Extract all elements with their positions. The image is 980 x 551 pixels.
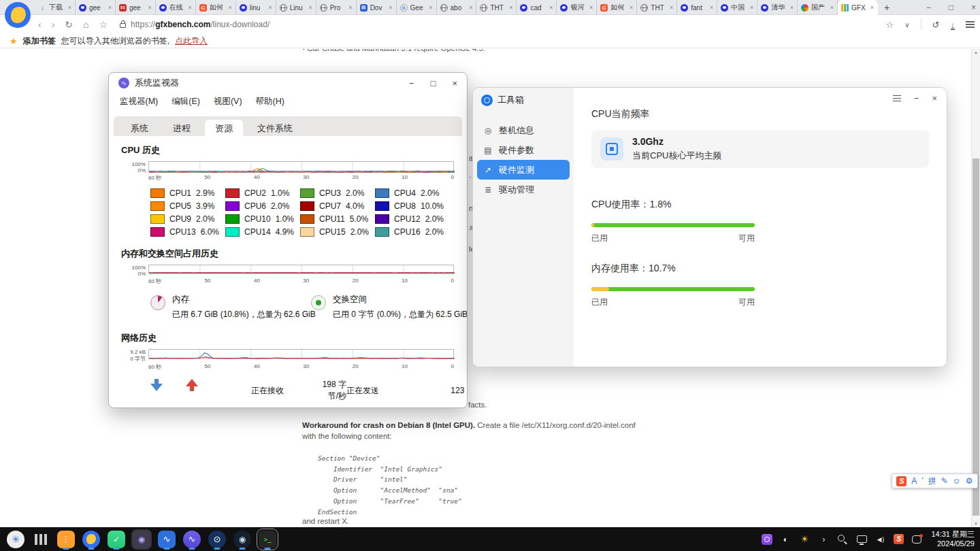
dock-item[interactable]: ⊙ (207, 529, 227, 550)
ime-toolbar-button[interactable]: 拼 (928, 475, 936, 487)
scroll-down-icon[interactable]: ▼ (972, 522, 980, 526)
tab-close-icon[interactable]: × (790, 4, 794, 11)
tab-close-icon[interactable]: × (389, 4, 392, 11)
minimize-button[interactable]: − (409, 78, 414, 88)
ime-toolbar-button[interactable]: ☺ (953, 476, 961, 486)
history-undo-icon[interactable]: ↺ (932, 20, 940, 30)
minimize-button[interactable]: − (914, 93, 919, 103)
browser-tab[interactable]: 银河 × (557, 0, 597, 15)
browser-logo[interactable] (5, 2, 31, 28)
tab-close-icon[interactable]: × (589, 4, 593, 11)
close-button[interactable]: × (932, 93, 937, 103)
browser-tab[interactable]: 在线 × (156, 0, 196, 15)
tab-close-icon[interactable]: × (549, 4, 553, 11)
dock-item[interactable]: ∿ (157, 529, 177, 550)
browser-tab[interactable]: GFX × (838, 0, 878, 15)
refresh-icon[interactable]: ↻ (65, 19, 73, 30)
tab-close-icon[interactable]: × (670, 4, 673, 11)
close-button[interactable]: × (971, 3, 976, 12)
close-button[interactable]: × (452, 78, 457, 88)
dock-item[interactable] (81, 529, 101, 550)
ime-toolbar-button[interactable]: ⚙ (966, 476, 973, 486)
toolbox-sidebar-item[interactable]: ≣ 驱动管理 (477, 180, 570, 199)
tab-close-icon[interactable]: × (870, 4, 874, 11)
dock-item[interactable]: ✳ (5, 529, 26, 550)
tray-icon[interactable]: ☀ (798, 533, 811, 546)
bookmark-star-icon[interactable]: ☆ (99, 19, 108, 30)
new-tab-button[interactable]: + (881, 1, 893, 14)
browser-tab[interactable]: fant × (677, 0, 717, 15)
browser-tab[interactable]: abo × (437, 0, 477, 15)
clock[interactable]: 14:31 星期三 2024/05/29 (931, 530, 975, 548)
tray-icon[interactable]: › (817, 533, 830, 546)
tab-close-icon[interactable]: × (189, 4, 192, 11)
system-monitor-tab[interactable]: 系统 (120, 120, 159, 136)
dock-item[interactable]: ◉ (131, 529, 152, 550)
browser-tab[interactable]: 国产 × (798, 0, 838, 15)
tab-close-icon[interactable]: × (308, 4, 312, 11)
toolbox-sidebar-item[interactable]: ◎ 整机信息 (477, 120, 570, 140)
browser-tab[interactable]: 下载 × (35, 0, 76, 15)
tab-close-icon[interactable]: × (830, 4, 834, 11)
toolbox-sidebar-item[interactable]: ↗ 硬件监测 (477, 160, 570, 180)
browser-tab[interactable]: Dov × (357, 0, 397, 15)
browser-tab[interactable]: THT × (476, 0, 517, 15)
tab-close-icon[interactable]: × (710, 4, 713, 11)
favorite-star-icon[interactable]: ☆ (886, 20, 894, 30)
dock-item[interactable]: ⋮ (56, 529, 76, 550)
menu-item[interactable]: 视图(V) (207, 96, 249, 107)
maximize-button[interactable]: □ (949, 3, 953, 12)
menu-item[interactable]: 监视器(M) (113, 96, 165, 107)
system-monitor-tab[interactable]: 进程 (163, 120, 201, 136)
tab-close-icon[interactable]: × (348, 4, 352, 11)
tab-close-icon[interactable]: × (268, 4, 272, 11)
tray-icon[interactable]: ◐ (779, 533, 791, 546)
system-monitor-tab[interactable]: 资源 (205, 120, 243, 136)
browser-tab[interactable]: cad × (517, 0, 557, 15)
browser-tab[interactable]: 如何 × (597, 0, 637, 15)
browser-tab[interactable]: Pro × (316, 0, 357, 15)
scroll-up-icon[interactable]: ▲ (972, 50, 980, 54)
scrollbar-thumb[interactable] (973, 158, 979, 516)
tab-close-icon[interactable]: × (108, 4, 112, 11)
tab-close-icon[interactable]: × (509, 4, 512, 11)
browser-tab[interactable]: Linu × (276, 0, 316, 15)
toolbox-sidebar-item[interactable]: ▤ 硬件参数 (477, 140, 570, 160)
menu-item[interactable]: 帮助(H) (249, 96, 291, 107)
back-icon[interactable]: ‹ (38, 19, 42, 30)
tab-close-icon[interactable]: × (148, 4, 152, 11)
dock-item[interactable]: ∿ (182, 529, 202, 550)
page-scrollbar[interactable]: ▲ ▼ (971, 49, 980, 527)
tab-close-icon[interactable]: × (630, 4, 633, 11)
tab-close-icon[interactable]: × (429, 4, 432, 11)
browser-tab[interactable]: 中国 × (717, 0, 757, 15)
toolbox-titlebar[interactable]: 工具箱 (473, 94, 574, 106)
browser-tab[interactable]: THT × (637, 0, 677, 15)
chevron-down-icon[interactable]: ∨ (904, 21, 909, 29)
tray-icon[interactable] (855, 533, 868, 546)
dock-item[interactable]: >_ (257, 529, 278, 550)
dock-item[interactable]: ✓ (106, 529, 127, 550)
browser-tab[interactable]: 如何 × (196, 0, 236, 15)
minimize-button[interactable]: − (926, 3, 931, 12)
tab-close-icon[interactable]: × (68, 4, 71, 11)
forward-icon[interactable]: › (52, 19, 55, 30)
import-bookmarks-link[interactable]: 点此导入 (175, 35, 208, 47)
address-bar[interactable]: https://gfxbench.com/linux-download/ (116, 17, 878, 32)
browser-tab[interactable]: 清华 × (757, 0, 798, 15)
maximize-button[interactable]: □ (431, 78, 436, 88)
ime-toolbar-button[interactable]: A (911, 476, 917, 486)
menu-icon[interactable] (966, 24, 975, 25)
tab-close-icon[interactable]: × (750, 4, 753, 11)
dock-item[interactable] (31, 529, 51, 550)
tray-icon[interactable]: S (894, 534, 904, 544)
browser-tab[interactable]: gee × (76, 0, 116, 15)
dock-item[interactable]: ◉ (232, 529, 252, 550)
browser-tab[interactable]: Gee × (397, 0, 437, 15)
menu-icon[interactable] (893, 98, 901, 99)
home-icon[interactable]: ⌂ (83, 19, 88, 30)
system-monitor-titlebar[interactable]: ∿ 系统监视器 − □ × (109, 73, 467, 93)
tray-icon[interactable] (911, 533, 923, 546)
browser-tab[interactable]: linu × (236, 0, 276, 15)
tab-close-icon[interactable]: × (469, 4, 472, 11)
